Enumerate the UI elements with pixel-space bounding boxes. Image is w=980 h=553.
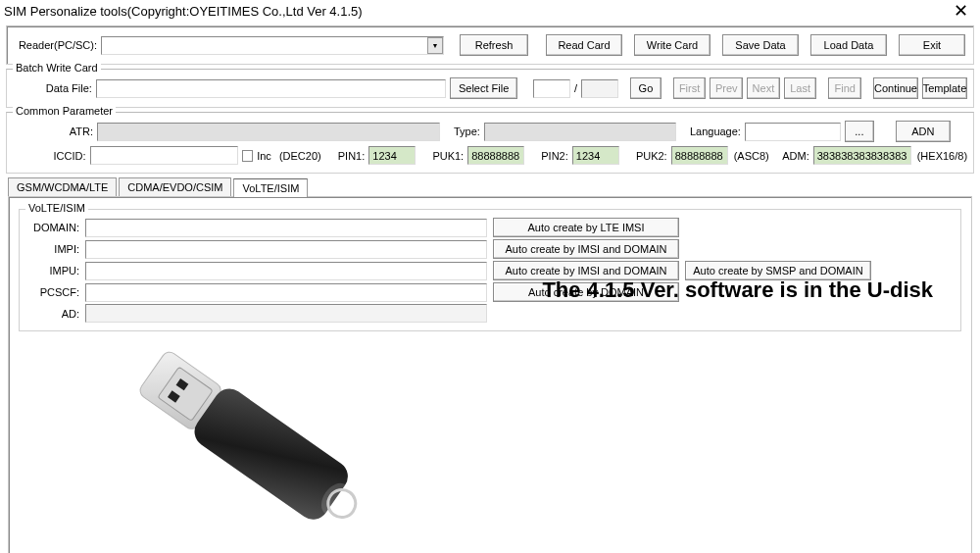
readcard-button[interactable]: Read Card: [546, 34, 622, 56]
tab-volte[interactable]: VoLTE/ISIM: [233, 178, 308, 197]
tab-cdma[interactable]: CDMA/EVDO/CSIM: [119, 177, 231, 196]
language-input[interactable]: [745, 123, 841, 141]
pin1-input[interactable]: [368, 146, 416, 165]
puk1-input[interactable]: [467, 146, 524, 165]
domain-input[interactable]: [85, 219, 487, 237]
domain-label: DOMAIN:: [25, 222, 79, 233]
reader-combo[interactable]: ▼: [101, 36, 444, 55]
dec20-label: (DEC20): [279, 150, 321, 162]
refresh-button[interactable]: Refresh: [460, 34, 528, 56]
language-label: Language:: [690, 126, 741, 137]
atr-label: ATR:: [13, 126, 93, 137]
window-title: SIM Personalize tools(Copyright:OYEITIME…: [4, 4, 363, 19]
pcscf-input[interactable]: [85, 283, 487, 302]
first-button[interactable]: First: [673, 77, 707, 99]
auto-lte-button[interactable]: Auto create by LTE IMSI: [493, 218, 679, 237]
tab-panel: VoLTE/ISIM DOMAIN: Auto create by LTE IM…: [8, 196, 972, 553]
impi-label: IMPI:: [25, 243, 79, 255]
writecard-button[interactable]: Write Card: [634, 34, 710, 56]
pcscf-label: PCSCF:: [25, 286, 79, 298]
close-icon[interactable]: ✕: [946, 0, 976, 22]
batch-legend: Batch Write Card: [13, 62, 101, 74]
next-button[interactable]: Next: [747, 77, 780, 99]
atr-input: [97, 123, 440, 141]
pin2-label: PIN2:: [541, 150, 568, 162]
batch-to-input: [581, 79, 618, 98]
impu-input[interactable]: [85, 262, 487, 280]
datafile-label: Data File:: [13, 82, 92, 94]
find-button[interactable]: Find: [828, 77, 861, 99]
reader-label: Reader(PC/SC):: [15, 39, 97, 51]
type-input: [484, 123, 676, 141]
datafile-input[interactable]: [96, 79, 446, 98]
iccid-label: ICCID:: [13, 150, 86, 162]
adn-button[interactable]: ADN: [896, 121, 951, 142]
selectfile-button[interactable]: Select File: [450, 77, 517, 99]
language-dots-button[interactable]: ...: [845, 121, 874, 142]
loaddata-button[interactable]: Load Data: [810, 34, 887, 56]
title-bar: SIM Personalize tools(Copyright:OYEITIME…: [0, 0, 980, 22]
exit-button[interactable]: Exit: [899, 34, 965, 56]
adm-input[interactable]: [813, 146, 911, 165]
iccid-input[interactable]: [90, 146, 239, 165]
inc-label: Inc: [257, 150, 271, 162]
footer-text: The 4.1.5 Ver. software is in the U-disk: [542, 277, 933, 303]
common-legend: Common Parameter: [13, 105, 116, 117]
savedata-button[interactable]: Save Data: [722, 34, 799, 56]
last-button[interactable]: Last: [784, 77, 817, 99]
pin1-label: PIN1:: [338, 150, 366, 162]
prev-button[interactable]: Prev: [710, 77, 743, 99]
puk2-input[interactable]: [671, 146, 728, 165]
pin2-input[interactable]: [572, 146, 619, 165]
type-label: Type:: [454, 126, 480, 137]
asc8-label: (ASC8): [734, 150, 769, 162]
auto-imsi-domain-button[interactable]: Auto create by IMSI and DOMAIN: [493, 239, 679, 259]
template-button[interactable]: Template: [922, 77, 967, 99]
adm-label: ADM:: [782, 150, 809, 162]
volte-legend: VoLTE/ISIM: [25, 202, 88, 214]
continue-button[interactable]: Continue: [873, 77, 918, 99]
puk1-label: PUK1:: [432, 150, 464, 162]
puk2-label: PUK2:: [636, 150, 667, 162]
tab-gsm[interactable]: GSM/WCDMA/LTE: [8, 177, 117, 196]
chevron-down-icon: ▼: [427, 37, 443, 54]
slash-label: /: [574, 82, 577, 94]
ad-input[interactable]: [85, 304, 487, 323]
go-button[interactable]: Go: [630, 77, 662, 99]
hex168-label: (HEX16/8): [917, 150, 967, 162]
usb-drive-icon: [108, 337, 392, 553]
batch-from-input[interactable]: [533, 79, 570, 98]
ad-label: AD:: [25, 308, 79, 320]
impu-label: IMPU:: [25, 265, 79, 276]
inc-checkbox[interactable]: [242, 150, 253, 162]
impi-input[interactable]: [85, 240, 487, 259]
